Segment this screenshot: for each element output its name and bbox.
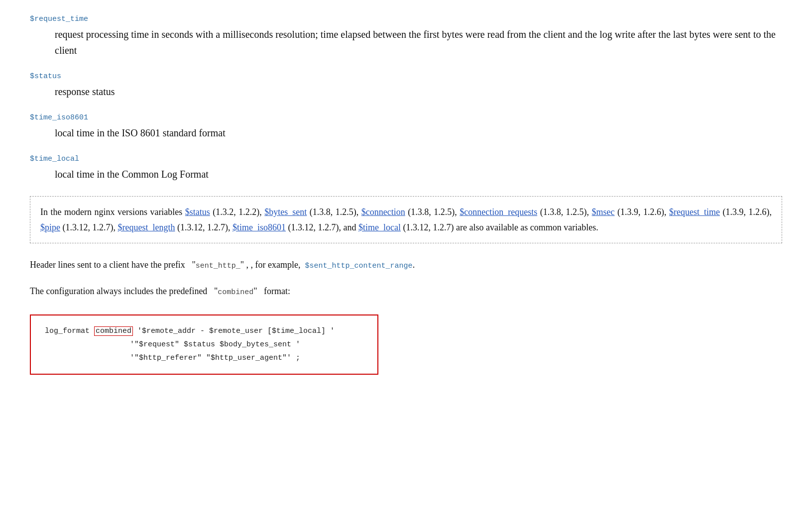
note-text-1: (1.3.2, 1.2.2), [213,207,264,217]
note-text-4: (1.3.8, 1.2.5), [540,207,592,217]
var-time-local-block: $time_local local time in the Common Log… [30,155,782,182]
var-request-time-desc: request processing time in seconds with … [55,26,782,58]
code-block: log_format combined '$remote_addr - $rem… [30,314,378,375]
var-time-iso-desc: local time in the ISO 8601 standard form… [55,125,782,141]
note-intro: In the modern nginx versions variables [40,207,185,217]
var-time-iso-block: $time_iso8601 local time in the ISO 8601… [30,113,782,141]
note-text-2: (1.3.8, 1.2.5), [310,207,361,217]
header-line-paragraph: Header lines sent to a client have the p… [30,257,782,273]
note-text-7: (1.3.12, 1.2.7), [63,222,118,232]
header-line-example-intro: , for example, [251,260,301,270]
code-line1-start: log_format combined '$remote_addr - $rem… [45,326,335,362]
predefined-paragraph: The configuration always includes the pr… [30,284,782,299]
link-time-local[interactable]: $time_local [358,222,401,232]
predefined-outro: format: [264,286,290,296]
link-connection[interactable]: $connection [361,207,405,217]
header-line-intro: Header lines sent to a client have the p… [30,260,185,270]
var-time-local-name: $time_local [30,155,782,163]
note-box: In the modern nginx versions variables $… [30,196,782,243]
var-status-name: $status [30,72,782,81]
predefined-format: "combined" [214,286,257,296]
var-time-local-desc: local time in the Common Log Format [55,166,782,182]
link-request-length[interactable]: $request_length [118,222,175,232]
header-line-prefix: "sent_http_" [192,260,244,270]
note-text-9: (1.3.12, 1.2.7), and [288,222,358,232]
note-text-10: (1.3.12, 1.2.7) are also available as co… [403,222,598,232]
var-status-desc: response status [55,84,782,100]
note-text-6: (1.3.9, 1.2.6), [723,207,772,217]
link-request-time[interactable]: $request_time [669,207,720,217]
code-content: log_format combined '$remote_addr - $rem… [45,324,363,365]
var-status-block: $status response status [30,72,782,100]
combined-highlight: combined [94,326,133,336]
link-pipe[interactable]: $pipe [40,222,60,232]
var-request-time-name: $request_time [30,15,782,23]
link-time-iso[interactable]: $time_iso8601 [232,222,286,232]
link-status[interactable]: $status [185,207,210,217]
var-request-time-block: $request_time request processing time in… [30,15,782,58]
var-time-iso-name: $time_iso8601 [30,113,782,122]
note-text-3: (1.3.8, 1.2.5), [408,207,460,217]
note-text-5: (1.3.9, 1.2.6), [617,207,669,217]
link-connection-requests[interactable]: $connection_requests [460,207,537,217]
note-text-8: (1.3.12, 1.2.7), [177,222,232,232]
header-line-example: $sent_http_content_range [305,262,413,270]
link-msec[interactable]: $msec [592,207,615,217]
link-bytes-sent[interactable]: $bytes_sent [264,207,307,217]
predefined-intro: The configuration always includes the pr… [30,286,207,296]
